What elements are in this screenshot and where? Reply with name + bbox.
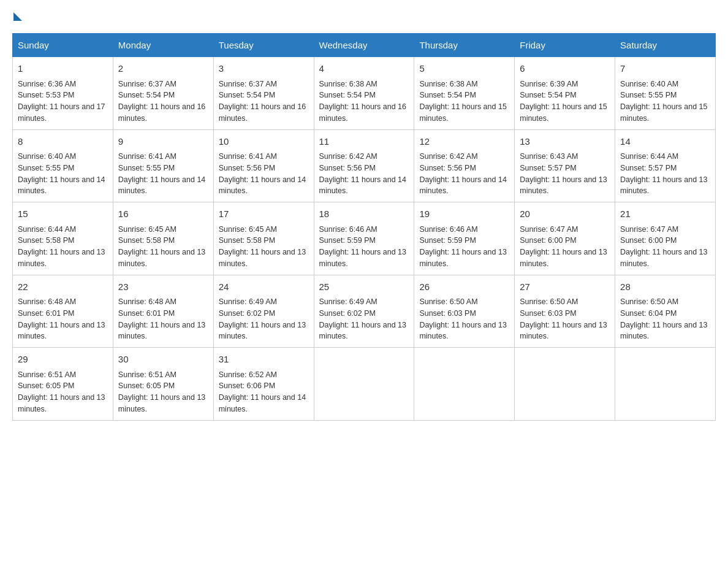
calendar-cell xyxy=(615,348,716,421)
calendar-week-3: 15Sunrise: 6:44 AMSunset: 5:58 PMDayligh… xyxy=(13,202,716,275)
calendar-cell: 29Sunrise: 6:51 AMSunset: 6:05 PMDayligh… xyxy=(13,348,113,421)
calendar-table: SundayMondayTuesdayWednesdayThursdayFrid… xyxy=(12,33,716,421)
day-number: 2 xyxy=(118,62,208,76)
weekday-header-row: SundayMondayTuesdayWednesdayThursdayFrid… xyxy=(13,34,716,57)
calendar-cell: 27Sunrise: 6:50 AMSunset: 6:03 PMDayligh… xyxy=(515,275,615,348)
calendar-cell: 1Sunrise: 6:36 AMSunset: 5:53 PMDaylight… xyxy=(13,57,113,130)
day-number: 5 xyxy=(419,62,509,76)
calendar-cell: 5Sunrise: 6:38 AMSunset: 5:54 PMDaylight… xyxy=(414,57,515,130)
calendar-cell: 28Sunrise: 6:50 AMSunset: 6:04 PMDayligh… xyxy=(615,275,716,348)
page-header xyxy=(12,12,716,21)
day-number: 31 xyxy=(219,353,309,367)
day-number: 12 xyxy=(419,135,509,149)
day-number: 1 xyxy=(18,62,108,76)
day-number: 9 xyxy=(118,135,208,149)
day-number: 27 xyxy=(520,280,610,294)
calendar-cell: 24Sunrise: 6:49 AMSunset: 6:02 PMDayligh… xyxy=(213,275,314,348)
day-number: 16 xyxy=(118,207,208,221)
calendar-cell: 10Sunrise: 6:41 AMSunset: 5:56 PMDayligh… xyxy=(213,129,314,202)
day-number: 20 xyxy=(520,207,610,221)
weekday-header-sunday: Sunday xyxy=(13,34,113,57)
calendar-cell: 11Sunrise: 6:42 AMSunset: 5:56 PMDayligh… xyxy=(314,129,414,202)
day-number: 6 xyxy=(520,62,610,76)
calendar-cell: 14Sunrise: 6:44 AMSunset: 5:57 PMDayligh… xyxy=(615,129,716,202)
weekday-header-friday: Friday xyxy=(515,34,615,57)
calendar-week-1: 1Sunrise: 6:36 AMSunset: 5:53 PMDaylight… xyxy=(13,57,716,130)
day-number: 17 xyxy=(219,207,309,221)
weekday-header-monday: Monday xyxy=(113,34,213,57)
logo-triangle-icon xyxy=(13,12,22,21)
calendar-week-5: 29Sunrise: 6:51 AMSunset: 6:05 PMDayligh… xyxy=(13,348,716,421)
calendar-cell xyxy=(314,348,414,421)
calendar-cell: 3Sunrise: 6:37 AMSunset: 5:54 PMDaylight… xyxy=(213,57,314,130)
weekday-header-wednesday: Wednesday xyxy=(314,34,414,57)
calendar-cell: 23Sunrise: 6:48 AMSunset: 6:01 PMDayligh… xyxy=(113,275,213,348)
day-number: 11 xyxy=(319,135,409,149)
calendar-cell: 31Sunrise: 6:52 AMSunset: 6:06 PMDayligh… xyxy=(213,348,314,421)
day-number: 14 xyxy=(620,135,710,149)
calendar-cell: 17Sunrise: 6:45 AMSunset: 5:58 PMDayligh… xyxy=(213,202,314,275)
day-number: 18 xyxy=(319,207,409,221)
calendar-cell: 8Sunrise: 6:40 AMSunset: 5:55 PMDaylight… xyxy=(13,129,113,202)
day-number: 10 xyxy=(219,135,309,149)
day-number: 13 xyxy=(520,135,610,149)
calendar-cell: 21Sunrise: 6:47 AMSunset: 6:00 PMDayligh… xyxy=(615,202,716,275)
day-number: 24 xyxy=(219,280,309,294)
day-number: 22 xyxy=(18,280,108,294)
calendar-cell: 2Sunrise: 6:37 AMSunset: 5:54 PMDaylight… xyxy=(113,57,213,130)
calendar-cell: 13Sunrise: 6:43 AMSunset: 5:57 PMDayligh… xyxy=(515,129,615,202)
day-number: 4 xyxy=(319,62,409,76)
weekday-header-tuesday: Tuesday xyxy=(213,34,314,57)
calendar-cell xyxy=(515,348,615,421)
day-number: 15 xyxy=(18,207,108,221)
calendar-cell: 4Sunrise: 6:38 AMSunset: 5:54 PMDaylight… xyxy=(314,57,414,130)
weekday-header-saturday: Saturday xyxy=(615,34,716,57)
calendar-cell: 26Sunrise: 6:50 AMSunset: 6:03 PMDayligh… xyxy=(414,275,515,348)
day-number: 29 xyxy=(18,353,108,367)
day-number: 26 xyxy=(419,280,509,294)
day-number: 19 xyxy=(419,207,509,221)
logo xyxy=(12,12,23,21)
calendar-cell: 25Sunrise: 6:49 AMSunset: 6:02 PMDayligh… xyxy=(314,275,414,348)
day-number: 7 xyxy=(620,62,710,76)
calendar-cell: 7Sunrise: 6:40 AMSunset: 5:55 PMDaylight… xyxy=(615,57,716,130)
calendar-cell: 9Sunrise: 6:41 AMSunset: 5:55 PMDaylight… xyxy=(113,129,213,202)
day-number: 25 xyxy=(319,280,409,294)
calendar-cell: 6Sunrise: 6:39 AMSunset: 5:54 PMDaylight… xyxy=(515,57,615,130)
weekday-header-thursday: Thursday xyxy=(414,34,515,57)
calendar-cell: 12Sunrise: 6:42 AMSunset: 5:56 PMDayligh… xyxy=(414,129,515,202)
calendar-cell: 20Sunrise: 6:47 AMSunset: 6:00 PMDayligh… xyxy=(515,202,615,275)
calendar-week-4: 22Sunrise: 6:48 AMSunset: 6:01 PMDayligh… xyxy=(13,275,716,348)
day-number: 30 xyxy=(118,353,208,367)
day-number: 3 xyxy=(219,62,309,76)
day-number: 8 xyxy=(18,135,108,149)
day-number: 21 xyxy=(620,207,710,221)
calendar-cell: 22Sunrise: 6:48 AMSunset: 6:01 PMDayligh… xyxy=(13,275,113,348)
calendar-cell: 19Sunrise: 6:46 AMSunset: 5:59 PMDayligh… xyxy=(414,202,515,275)
calendar-week-2: 8Sunrise: 6:40 AMSunset: 5:55 PMDaylight… xyxy=(13,129,716,202)
calendar-cell xyxy=(414,348,515,421)
calendar-cell: 18Sunrise: 6:46 AMSunset: 5:59 PMDayligh… xyxy=(314,202,414,275)
day-number: 23 xyxy=(118,280,208,294)
calendar-cell: 30Sunrise: 6:51 AMSunset: 6:05 PMDayligh… xyxy=(113,348,213,421)
day-number: 28 xyxy=(620,280,710,294)
calendar-cell: 15Sunrise: 6:44 AMSunset: 5:58 PMDayligh… xyxy=(13,202,113,275)
calendar-cell: 16Sunrise: 6:45 AMSunset: 5:58 PMDayligh… xyxy=(113,202,213,275)
